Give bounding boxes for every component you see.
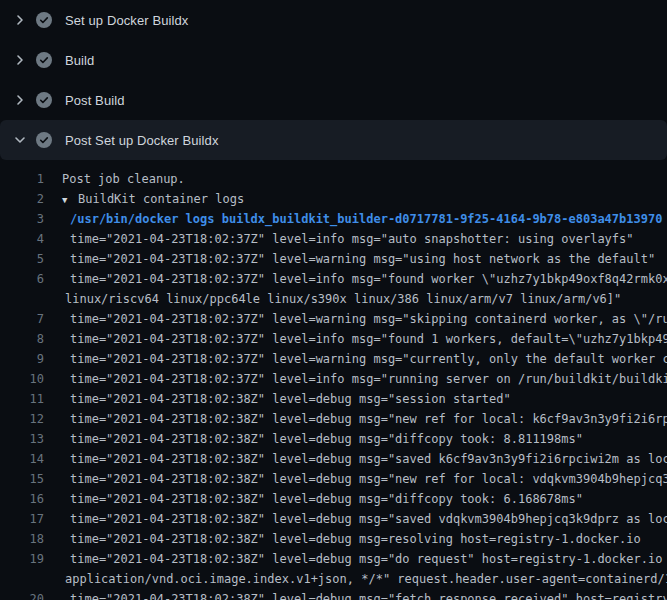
- log-line-number[interactable]: 16: [0, 489, 44, 509]
- check-circle-icon: [36, 52, 52, 68]
- log-line-number[interactable]: 19: [0, 549, 44, 569]
- log-line-number[interactable]: 20: [0, 589, 44, 600]
- log-line: 14 time="2021-04-23T18:02:38Z" level=deb…: [0, 449, 667, 469]
- log-line-text: time="2021-04-23T18:02:37Z" level=info m…: [70, 369, 667, 389]
- log-line-text: time="2021-04-23T18:02:38Z" level=debug …: [70, 409, 667, 429]
- log-line: 12 time="2021-04-23T18:02:38Z" level=deb…: [0, 409, 667, 429]
- log-line-text: time="2021-04-23T18:02:38Z" level=debug …: [70, 509, 667, 529]
- log-line-number[interactable]: 2: [0, 189, 44, 209]
- log-line: 17 time="2021-04-23T18:02:38Z" level=deb…: [0, 509, 667, 529]
- log-line: 2 ▼BuildKit container logs: [0, 189, 667, 209]
- log-line: 1 Post job cleanup.: [0, 169, 667, 189]
- log-line-number[interactable]: [0, 289, 44, 309]
- step-label: Post Set up Docker Buildx: [65, 133, 219, 148]
- log-line: 9 time="2021-04-23T18:02:37Z" level=warn…: [0, 349, 667, 369]
- log-line-text: time="2021-04-23T18:02:38Z" level=debug …: [70, 429, 583, 449]
- log-line: 8 time="2021-04-23T18:02:37Z" level=info…: [0, 329, 667, 349]
- log-line-number[interactable]: 6: [0, 269, 44, 289]
- log-line: 13 time="2021-04-23T18:02:38Z" level=deb…: [0, 429, 667, 449]
- log-line-number[interactable]: 13: [0, 429, 44, 449]
- log-line-text: time="2021-04-23T18:02:38Z" level=debug …: [70, 589, 667, 600]
- log-line: linux/riscv64 linux/ppc64le linux/s390x …: [0, 289, 667, 309]
- log-line-text: Post job cleanup.: [62, 169, 185, 189]
- log-line-number[interactable]: 12: [0, 409, 44, 429]
- log-line-number[interactable]: 17: [0, 509, 44, 529]
- step-label: Build: [65, 53, 94, 68]
- log-group-toggle[interactable]: ▼BuildKit container logs: [62, 189, 244, 209]
- step-label: Set up Docker Buildx: [65, 13, 188, 28]
- log-line: 4 time="2021-04-23T18:02:37Z" level=info…: [0, 229, 667, 249]
- log-line: 6 time="2021-04-23T18:02:37Z" level=info…: [0, 269, 667, 289]
- log-command-text: /usr/bin/docker logs buildx_buildkit_bui…: [70, 209, 662, 229]
- log-line-text: application/vnd.oci.image.index.v1+json,…: [65, 569, 667, 589]
- log-line-text: time="2021-04-23T18:02:38Z" level=debug …: [70, 489, 583, 509]
- log-line-text: time="2021-04-23T18:02:37Z" level=warnin…: [70, 249, 655, 269]
- check-circle-icon: [36, 92, 52, 108]
- log-line: 7 time="2021-04-23T18:02:37Z" level=warn…: [0, 309, 667, 329]
- log-line: 5 time="2021-04-23T18:02:37Z" level=warn…: [0, 249, 667, 269]
- log-line-text: time="2021-04-23T18:02:38Z" level=debug …: [70, 449, 667, 469]
- log-line-text: time="2021-04-23T18:02:38Z" level=debug …: [70, 389, 511, 409]
- log-line-text: time="2021-04-23T18:02:37Z" level=info m…: [70, 269, 667, 289]
- log-line-number[interactable]: 1: [0, 169, 44, 189]
- step-row[interactable]: Post Build: [0, 80, 667, 120]
- log-line-number[interactable]: 18: [0, 529, 44, 549]
- step-row[interactable]: Post Set up Docker Buildx: [0, 120, 667, 160]
- log-line-number[interactable]: 15: [0, 469, 44, 489]
- log-line: 10 time="2021-04-23T18:02:37Z" level=inf…: [0, 369, 667, 389]
- check-circle-icon: [36, 132, 52, 148]
- log-line-text: time="2021-04-23T18:02:37Z" level=warnin…: [70, 309, 667, 329]
- log-line-number[interactable]: 3: [0, 209, 44, 229]
- log-line-text: time="2021-04-23T18:02:37Z" level=warnin…: [70, 349, 667, 369]
- log-line-number[interactable]: 4: [0, 229, 44, 249]
- log-line-number[interactable]: 14: [0, 449, 44, 469]
- step-label: Post Build: [65, 93, 125, 108]
- log-line: application/vnd.oci.image.index.v1+json,…: [0, 569, 667, 589]
- log-line-text: time="2021-04-23T18:02:38Z" level=debug …: [70, 549, 667, 569]
- check-circle-icon: [36, 12, 52, 28]
- log-line: 11 time="2021-04-23T18:02:38Z" level=deb…: [0, 389, 667, 409]
- step-row[interactable]: Set up Docker Buildx: [0, 0, 667, 40]
- log-line: 16 time="2021-04-23T18:02:38Z" level=deb…: [0, 489, 667, 509]
- chevron-right-icon: [12, 12, 28, 28]
- log-line-number[interactable]: 10: [0, 369, 44, 389]
- chevron-down-icon: [12, 132, 28, 148]
- triangle-down-icon: ▼: [62, 190, 78, 210]
- log-line-number[interactable]: [0, 569, 44, 589]
- log-line: 20 time="2021-04-23T18:02:38Z" level=deb…: [0, 589, 667, 600]
- log-line: 18 time="2021-04-23T18:02:38Z" level=deb…: [0, 529, 667, 549]
- log-line: 3 /usr/bin/docker logs buildx_buildkit_b…: [0, 209, 667, 229]
- chevron-right-icon: [12, 92, 28, 108]
- chevron-right-icon: [12, 52, 28, 68]
- log-line: 19 time="2021-04-23T18:02:38Z" level=deb…: [0, 549, 667, 569]
- log-line-text: linux/riscv64 linux/ppc64le linux/s390x …: [65, 289, 621, 309]
- log-line-text: time="2021-04-23T18:02:38Z" level=debug …: [70, 529, 641, 549]
- log-line-text: time="2021-04-23T18:02:37Z" level=info m…: [70, 229, 634, 249]
- log-group-label: BuildKit container logs: [78, 192, 244, 206]
- log-line: 15 time="2021-04-23T18:02:38Z" level=deb…: [0, 469, 667, 489]
- log-line-number[interactable]: 7: [0, 309, 44, 329]
- log-line-number[interactable]: 9: [0, 349, 44, 369]
- log-line-text: time="2021-04-23T18:02:37Z" level=info m…: [70, 329, 667, 349]
- step-row[interactable]: Build: [0, 40, 667, 80]
- log-line-text: time="2021-04-23T18:02:38Z" level=debug …: [70, 469, 667, 489]
- log-viewer: 1 Post job cleanup. 2 ▼BuildKit containe…: [0, 169, 667, 600]
- log-line-number[interactable]: 8: [0, 329, 44, 349]
- log-line-number[interactable]: 5: [0, 249, 44, 269]
- step-list: Set up Docker Buildx Build P: [0, 0, 667, 160]
- log-line-number[interactable]: 11: [0, 389, 44, 409]
